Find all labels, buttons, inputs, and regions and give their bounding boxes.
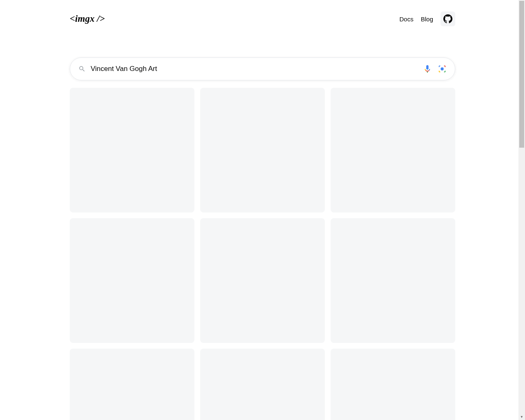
mic-icon[interactable] — [423, 64, 432, 73]
header: <imgx /> Docs Blog — [70, 0, 455, 38]
nav-blog-link[interactable]: Blog — [421, 16, 433, 23]
result-card[interactable] — [200, 88, 325, 212]
lens-icon[interactable] — [438, 64, 447, 73]
scrollbar-arrow-down-icon[interactable]: ▼ — [518, 413, 525, 420]
github-icon — [443, 14, 452, 23]
search-icon — [78, 65, 86, 73]
logo[interactable]: <imgx /> — [70, 14, 105, 24]
nav-docs-link[interactable]: Docs — [399, 16, 413, 23]
github-button[interactable] — [441, 11, 455, 26]
result-card[interactable] — [331, 349, 455, 420]
result-card[interactable] — [331, 218, 455, 343]
result-card[interactable] — [200, 218, 325, 343]
search-section — [70, 57, 455, 80]
search-actions — [423, 64, 447, 73]
scrollbar-thumb[interactable] — [519, 1, 524, 148]
result-card[interactable] — [70, 88, 194, 212]
search-input[interactable] — [86, 65, 423, 73]
svg-point-0 — [441, 67, 443, 70]
search-bar — [70, 57, 455, 80]
results-grid — [70, 88, 455, 420]
nav: Docs Blog — [399, 11, 455, 26]
result-card[interactable] — [331, 88, 455, 212]
result-card[interactable] — [200, 349, 325, 420]
scrollbar-track[interactable]: ▲ ▼ — [518, 0, 525, 420]
result-card[interactable] — [70, 218, 194, 343]
result-card[interactable] — [70, 349, 194, 420]
